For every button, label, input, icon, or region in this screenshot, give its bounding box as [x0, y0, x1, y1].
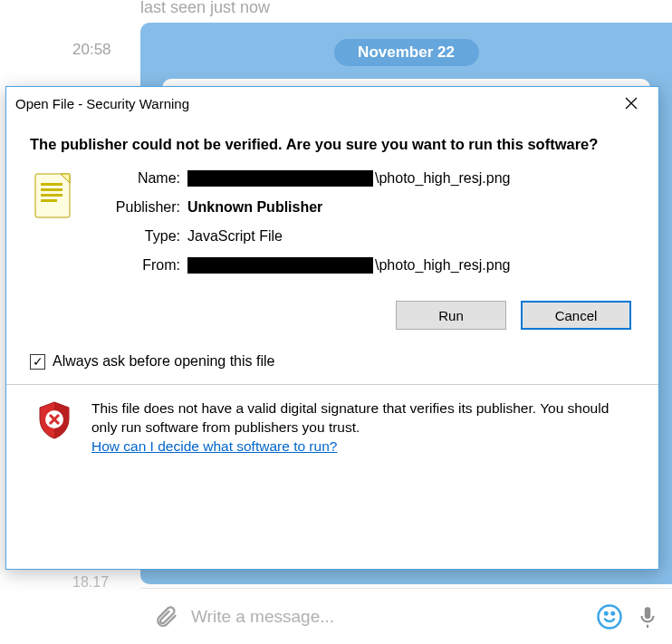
svg-point-0 [599, 605, 621, 628]
file-type-icon [30, 170, 77, 223]
svg-point-1 [605, 612, 608, 615]
label-type: Type: [93, 228, 180, 245]
svg-point-2 [612, 612, 615, 615]
svg-rect-9 [41, 194, 62, 197]
value-publisher: Unknown Publisher [187, 199, 510, 216]
always-ask-label: Always ask before opening this file [53, 353, 274, 370]
svg-line-4 [626, 98, 637, 109]
label-name: Name: [93, 170, 180, 187]
value-name-suffix: \photo_high_resj.png [375, 170, 510, 187]
value-from-suffix: \photo_high_resj.png [375, 257, 510, 274]
redacted-from-path [187, 257, 373, 274]
security-warning-dialog: Open File - Security Warning The publish… [5, 86, 659, 570]
date-badge: November 22 [334, 39, 479, 66]
run-button[interactable]: Run [396, 301, 506, 330]
svg-rect-10 [41, 199, 57, 202]
value-type: JavaScript File [187, 228, 510, 245]
redacted-name-path [187, 170, 373, 187]
dialog-title: Open File - Security Warning [15, 96, 189, 111]
microphone-icon[interactable] [636, 605, 659, 629]
help-link[interactable]: How can I decide what software to run? [91, 438, 337, 454]
signature-warning-text: This file does not have a valid digital … [91, 400, 609, 435]
value-from: \photo_high_resj.png [187, 257, 510, 274]
shield-icon [34, 399, 75, 441]
chat-status-partial: last seen just now [140, 0, 270, 17]
dialog-titlebar: Open File - Security Warning [6, 87, 658, 120]
emoji-icon[interactable] [596, 603, 623, 630]
warning-heading: The publisher could not be verified. Are… [30, 134, 635, 154]
svg-rect-7 [41, 183, 62, 186]
svg-line-3 [626, 98, 637, 109]
label-publisher: Publisher: [93, 199, 180, 216]
close-button[interactable] [611, 90, 651, 117]
svg-rect-8 [41, 188, 62, 191]
chat-timestamp: 20:58 [72, 41, 111, 59]
value-name: \photo_high_resj.png [187, 170, 510, 187]
cancel-button[interactable]: Cancel [521, 301, 631, 330]
message-input[interactable] [191, 607, 583, 627]
message-input-bar [140, 588, 672, 644]
chat-timestamp-lower: 18.17 [72, 574, 109, 591]
label-from: From: [93, 257, 180, 274]
always-ask-checkbox[interactable]: ✓ [30, 354, 45, 370]
attachment-icon[interactable] [153, 604, 178, 630]
